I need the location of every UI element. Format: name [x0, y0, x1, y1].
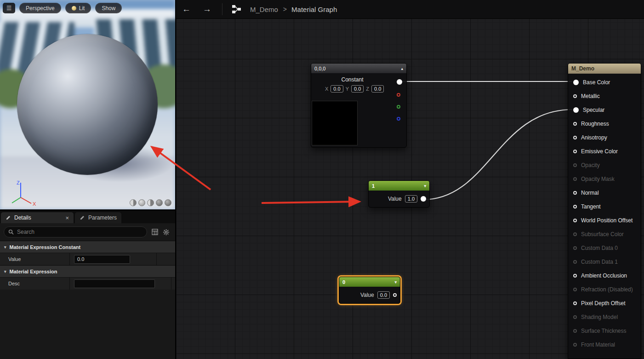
axis-z-label: Z: [17, 180, 20, 185]
section-title: Material Expression: [10, 269, 57, 274]
x-value-field[interactable]: 0.0: [331, 85, 343, 93]
input-pin-label: Specular: [583, 107, 604, 113]
input-pin-icon[interactable]: [573, 288, 577, 291]
desc-field[interactable]: [74, 279, 155, 288]
preview-mesh-plane-icon[interactable]: [147, 199, 154, 206]
y-value-field[interactable]: 0.0: [351, 85, 364, 93]
viewport-menu-icon[interactable]: ☰: [3, 3, 15, 13]
input-pin-label: Refraction (Disabled): [581, 286, 633, 293]
graph-icon: [232, 5, 242, 14]
rgb-output-pin[interactable]: [397, 79, 402, 85]
constant-zero-title: 0: [342, 279, 345, 285]
breadcrumb-root[interactable]: M_Demo: [250, 6, 278, 13]
input-pin-icon[interactable]: [573, 274, 577, 278]
constant3vector-header[interactable]: 0,0,0 ▴: [311, 64, 406, 73]
breadcrumb-current: Material Graph: [291, 6, 337, 13]
panel-tab-bar: Details × Parameters: [0, 210, 175, 223]
input-pin-label: Custom Data 1: [581, 259, 618, 265]
constant-one-header[interactable]: 1 ▾: [369, 181, 429, 191]
input-pin-icon[interactable]: [573, 191, 577, 195]
input-pin-icon[interactable]: [573, 122, 577, 126]
lit-icon: [72, 6, 76, 11]
material-input-pin-row: Base Color: [568, 75, 641, 89]
input-pin-icon[interactable]: [573, 80, 579, 85]
constant3vector-node[interactable]: 0,0,0 ▴ Constant X 0.0 Y 0.0 Z 0.0: [311, 63, 407, 148]
settings-gear-icon[interactable]: [163, 229, 170, 236]
input-pin-icon[interactable]: [573, 329, 577, 333]
back-arrow-icon[interactable]: ←: [176, 4, 197, 14]
constant-one-title: 1: [372, 183, 375, 189]
section-title: Material Expression Constant: [10, 244, 81, 250]
input-pin-icon[interactable]: [573, 177, 577, 181]
preview-mesh-custom-icon[interactable]: [165, 199, 171, 206]
constant-zero-node[interactable]: 0 ▾ Value 0.0: [339, 277, 400, 304]
column-settings-icon[interactable]: [152, 229, 158, 235]
input-pin-icon[interactable]: [573, 246, 577, 250]
preview-mesh-sphere-icon[interactable]: [138, 199, 145, 206]
r-output-pin[interactable]: [397, 93, 400, 97]
constant-zero-value-field[interactable]: 0.0: [377, 291, 390, 299]
preview-mesh-cylinder-icon[interactable]: [130, 199, 137, 206]
material-input-pin-row: Normal: [568, 186, 641, 200]
constant-zero-header[interactable]: 0 ▾: [339, 277, 400, 287]
section-material-expression-constant[interactable]: ▾ Material Expression Constant: [0, 241, 175, 253]
material-result-header[interactable]: M_Demo: [568, 64, 641, 74]
desc-property-label: Desc: [0, 278, 70, 290]
tab-parameters[interactable]: Parameters: [75, 212, 121, 223]
viewport-toolbar: ☰ Perspective Lit Show: [3, 3, 122, 13]
input-pin-label: Surface Thickness: [581, 328, 627, 334]
input-pin-icon[interactable]: [573, 219, 577, 222]
show-button[interactable]: Show: [95, 3, 122, 13]
search-input[interactable]: [17, 229, 142, 235]
chevron-down-icon: ▾: [4, 269, 6, 274]
forward-arrow-icon[interactable]: →: [197, 4, 217, 14]
input-pin-label: Tangent: [581, 203, 601, 210]
constant3vector-inputs: X 0.0 Y 0.0 Z 0.0: [325, 85, 406, 93]
input-pin-icon[interactable]: [573, 136, 577, 139]
material-input-pin-row: Refraction (Disabled): [568, 283, 641, 296]
chevron-up-icon[interactable]: ▴: [401, 66, 403, 71]
input-pin-icon[interactable]: [573, 301, 577, 305]
input-pin-label: Opacity: [581, 162, 600, 168]
wire-specular[interactable]: [422, 110, 572, 200]
input-pin-icon[interactable]: [573, 163, 577, 167]
constant-one-node[interactable]: 1 ▾ Value 1.0: [368, 180, 430, 208]
input-pin-icon[interactable]: [573, 315, 577, 319]
perspective-button[interactable]: Perspective: [19, 3, 61, 13]
material-result-node[interactable]: M_Demo Base Color Metallic Specular Roug…: [568, 63, 641, 359]
preview-viewport[interactable]: ☰ Perspective Lit Show Z X: [0, 0, 175, 209]
value-field[interactable]: [74, 255, 130, 264]
b-output-pin[interactable]: [397, 117, 400, 121]
input-pin-icon[interactable]: [573, 343, 577, 347]
input-pin-icon[interactable]: [573, 150, 577, 153]
chevron-down-icon[interactable]: ▾: [394, 280, 397, 284]
input-pin-icon[interactable]: [573, 232, 577, 236]
constant-one-value-field[interactable]: 1.0: [405, 195, 417, 203]
material-input-pin-row: Anisotropy: [568, 131, 641, 145]
value-label: Value: [360, 292, 374, 298]
input-pin-icon[interactable]: [573, 107, 579, 113]
input-pin-icon[interactable]: [573, 94, 577, 98]
search-box[interactable]: [4, 226, 147, 237]
close-icon[interactable]: ×: [65, 214, 69, 221]
constant-one-output-pin[interactable]: [421, 196, 426, 202]
color-preview-swatch: [312, 101, 358, 145]
details-panel: Details × Parameters: [0, 209, 175, 359]
z-label: Z: [366, 86, 369, 92]
material-graph-canvas[interactable]: ← → M_Demo > Material Graph 0,0,0 ▴ C: [176, 0, 644, 359]
constant-zero-output-pin[interactable]: [393, 293, 397, 297]
g-output-pin[interactable]: [397, 105, 400, 109]
input-pin-icon[interactable]: [573, 260, 577, 264]
tab-details-label: Details: [14, 214, 31, 221]
section-material-expression[interactable]: ▾ Material Expression: [0, 265, 175, 277]
material-input-pin-row: Emissive Color: [568, 145, 641, 158]
tab-details[interactable]: Details ×: [1, 212, 74, 223]
preview-mesh-cube-icon[interactable]: [156, 199, 163, 206]
input-pin-icon[interactable]: [573, 205, 577, 208]
input-pin-label: Anisotropy: [581, 134, 607, 141]
material-input-pin-row: Metallic: [568, 89, 641, 103]
chevron-down-icon[interactable]: ▾: [424, 184, 426, 188]
lit-button[interactable]: Lit: [65, 3, 91, 13]
input-pin-label: Custom Data 0: [581, 245, 618, 251]
z-value-field[interactable]: 0.0: [371, 85, 384, 93]
